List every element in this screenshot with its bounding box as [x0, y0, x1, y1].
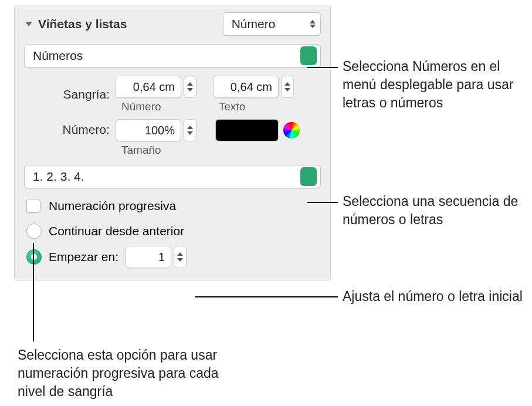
chevrons-icon — [300, 167, 317, 186]
callout-type: Selecciona Números en el menú desplegabl… — [343, 57, 524, 112]
number-indent-sublabel: Número — [121, 100, 196, 113]
list-style-value: Número — [232, 17, 276, 31]
leader-line — [307, 67, 338, 68]
disclosure-triangle-icon[interactable] — [25, 22, 32, 26]
callout-sequence: Selecciona una secuencia de números o le… — [343, 192, 524, 229]
text-indent-sublabel: Texto — [219, 100, 294, 113]
start-at-label: Empezar en: — [49, 250, 118, 264]
start-at-input[interactable] — [126, 246, 171, 268]
number-size-stepper[interactable] — [184, 119, 196, 141]
tiered-numbers-label: Numeración progresiva — [49, 199, 176, 213]
leader-line — [307, 202, 338, 203]
bullets-lists-panel: Viñetas y listas Número Números Sangría:… — [14, 5, 331, 280]
leader-line — [33, 243, 34, 341]
tiered-numbers-checkbox[interactable] — [26, 199, 40, 213]
indent-label: Sangría: — [51, 87, 110, 102]
number-size-sublabel: Tamaño — [121, 144, 196, 157]
start-at-radio[interactable] — [26, 249, 42, 265]
continue-from-previous-label: Continuar desde anterior — [49, 224, 184, 238]
chevrons-icon — [300, 46, 317, 65]
color-picker-icon[interactable] — [283, 122, 300, 138]
chevrons-icon — [310, 20, 316, 28]
callout-tiered: Selecciona esta opción para usar numerac… — [18, 346, 229, 401]
text-indent-input[interactable] — [213, 76, 279, 98]
list-style-popup[interactable]: Número — [223, 12, 321, 36]
start-at-stepper[interactable] — [174, 246, 187, 268]
number-size-input[interactable] — [116, 119, 181, 141]
number-type-value: Números — [33, 49, 83, 63]
callout-start: Ajusta el número o letra inicial — [343, 287, 523, 306]
sequence-value: 1. 2. 3. 4. — [33, 170, 84, 184]
leader-line — [195, 296, 338, 297]
number-indent-stepper[interactable] — [184, 76, 196, 98]
number-indent-input[interactable] — [116, 76, 181, 98]
sequence-popup[interactable]: 1. 2. 3. 4. — [24, 165, 321, 188]
continue-from-previous-radio[interactable] — [26, 224, 42, 239]
number-label: Número: — [51, 123, 110, 137]
number-type-popup[interactable]: Números — [24, 44, 321, 67]
number-color-well[interactable] — [215, 119, 279, 141]
section-title: Viñetas y listas — [38, 17, 127, 31]
text-indent-stepper[interactable] — [281, 76, 294, 98]
